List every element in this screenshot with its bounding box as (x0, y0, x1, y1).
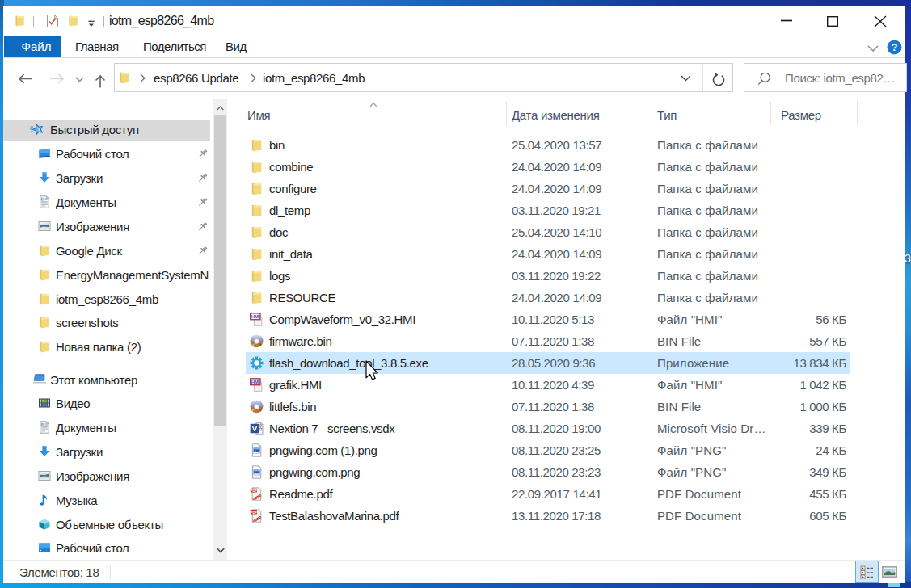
svg-text:?: ? (892, 41, 898, 53)
